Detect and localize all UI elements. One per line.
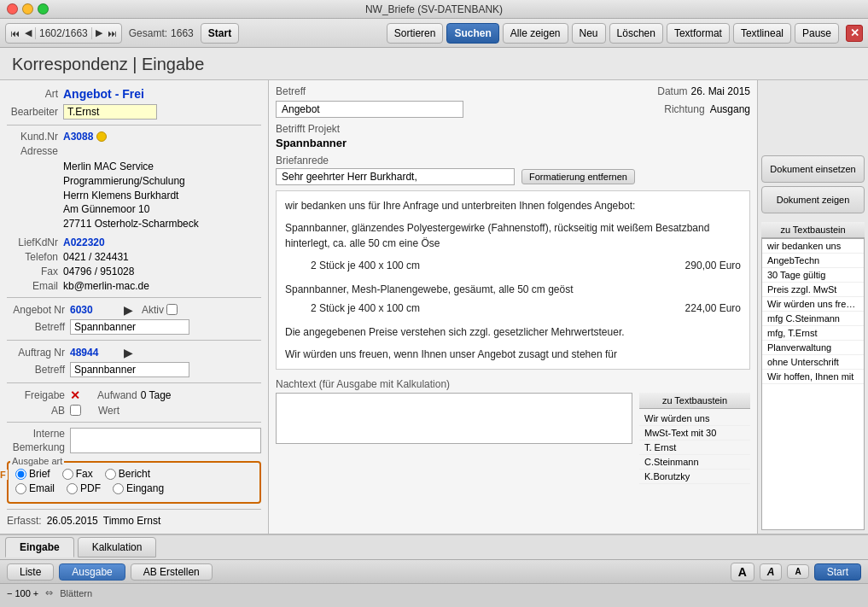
tab-kalkulation[interactable]: Kalkulation xyxy=(78,537,157,557)
title-bar: NW_Briefe (SV-DATENBANK) xyxy=(0,0,868,19)
briefanrede-input[interactable] xyxy=(276,168,515,185)
radio-bericht[interactable]: Bericht xyxy=(105,468,150,480)
tb-item1-5[interactable]: mfg C.Steinmann xyxy=(762,312,864,326)
radio-eingang[interactable]: Eingang xyxy=(113,482,164,494)
maximize-window-btn[interactable] xyxy=(38,3,49,15)
nachtext-section: Nachtext (für Ausgabe mit Kalkulation) z… xyxy=(276,378,750,495)
aktiv-checkbox[interactable] xyxy=(166,304,178,315)
telefon-row: Telefon 0421 / 324431 xyxy=(7,251,261,263)
textbaustein-item2-2[interactable]: T. Ernst xyxy=(639,441,750,455)
betrifft-projekt-label: Betrifft Projekt xyxy=(276,123,750,135)
suchen-btn[interactable]: Suchen xyxy=(446,23,498,44)
bearbeiter-input[interactable] xyxy=(63,104,157,120)
tb-item1-1[interactable]: AngebTechn xyxy=(762,254,864,268)
neu-btn[interactable]: Neu xyxy=(572,23,606,44)
textbaustein-item2-0[interactable]: Wir würden uns xyxy=(639,411,750,426)
angebot-nr-value[interactable]: 6030 xyxy=(70,304,121,316)
liste-btn[interactable]: Liste xyxy=(7,563,54,581)
dokument-zeigen-btn[interactable]: Dokument zeigen xyxy=(761,186,865,213)
font-a3-btn[interactable]: A xyxy=(787,564,808,579)
textbaustein-item2-3[interactable]: C.Steinmann xyxy=(639,455,750,470)
tb-item1-9[interactable]: Wir hoffen, Ihnen mit xyxy=(762,370,864,384)
close-window-btn[interactable] xyxy=(7,3,18,15)
formatierung-btn[interactable]: Formatierung entfernen xyxy=(521,169,635,184)
font-a1-btn[interactable]: A xyxy=(731,563,754,581)
email-label: Email xyxy=(7,280,58,292)
textbaustein1-container: zu Textbaustein wir bedanken uns AngebTe… xyxy=(761,222,865,530)
betreff1-input[interactable] xyxy=(70,319,189,335)
betreff2-row: Betreff xyxy=(7,362,261,377)
tb-item1-7[interactable]: Planverwaltung xyxy=(762,341,864,355)
tb-item1-8[interactable]: ohne Unterschrift xyxy=(762,355,864,370)
tab-eingabe[interactable]: Eingabe xyxy=(5,537,74,557)
status-dot xyxy=(96,131,107,142)
radio-email[interactable]: Email xyxy=(15,482,55,494)
telefon-value: 0421 / 324431 xyxy=(63,251,129,263)
nav-icon: ⇔ xyxy=(45,587,53,598)
freigabe-row: Freigabe ✕ Aufwand 0 Tage xyxy=(7,388,261,402)
loeschen-btn[interactable]: Löschen xyxy=(609,23,663,44)
body-line5: Wir würden uns freuen, wenn Ihnen unser … xyxy=(285,347,741,362)
sortieren-btn[interactable]: Sortieren xyxy=(387,23,444,44)
richtung-value: Ausgang xyxy=(710,103,750,115)
dokument-einsetzen-btn[interactable]: Dokument einsetzen xyxy=(761,155,865,183)
minimize-window-btn[interactable] xyxy=(22,3,33,15)
tb-item1-2[interactable]: 30 Tage gültig xyxy=(762,268,864,283)
betreff-value-input[interactable] xyxy=(276,101,463,118)
textbaustein-header1[interactable]: zu Textbaustein xyxy=(761,222,865,238)
nachtext-bottom-row: zu Textbaustein Wir würden uns MwSt-Text… xyxy=(276,393,750,495)
betreff2-input[interactable] xyxy=(70,362,189,377)
bottom-tabs: Eingabe Kalkulation xyxy=(0,534,868,559)
tb-item1-0[interactable]: wir bedanken uns xyxy=(762,239,864,254)
zoom-plus-icon[interactable]: + xyxy=(33,588,38,598)
textformat-btn[interactable]: Textformat xyxy=(667,23,730,44)
auftrag-nr-value[interactable]: 48944 xyxy=(70,347,121,359)
zoom-controls[interactable]: − 100 + xyxy=(7,588,38,598)
auftrag-nr-label: Auftrag Nr xyxy=(7,347,65,359)
status-bar: − 100 + ⇔ Blättern xyxy=(0,583,868,602)
toolbar-close-btn[interactable]: ✕ xyxy=(846,25,863,42)
textbaustein-list2: Wir würden uns MwSt-Text mit 30 T. Ernst… xyxy=(639,411,750,495)
radio-pdf[interactable]: PDF xyxy=(67,482,101,494)
radio-fax[interactable]: Fax xyxy=(62,468,93,480)
textbaustein-item2-4[interactable]: K.Borutzky xyxy=(639,470,750,484)
adresse-row: Adresse xyxy=(7,145,261,157)
kund-nr-label: Kund.Nr xyxy=(7,131,58,143)
nav-next-btn[interactable]: ▶ xyxy=(94,27,104,38)
angebot-arrow-icon[interactable]: ▶ xyxy=(124,303,133,317)
interne-bemerkung-input[interactable] xyxy=(70,428,261,453)
radio-brief[interactable]: Brief xyxy=(15,468,50,480)
ab-row: AB Wert xyxy=(7,405,261,417)
alle-zeigen-btn[interactable]: Alle zeigen xyxy=(503,23,568,44)
textlineal-btn[interactable]: Textlineal xyxy=(733,23,791,44)
ab-checkbox[interactable] xyxy=(70,405,81,416)
textbaustein-item2-1[interactable]: MwSt-Text mit 30 xyxy=(639,426,750,441)
font-a2-btn[interactable]: A xyxy=(760,563,783,581)
body-line1: wir bedanken uns für Ihre Anfrage und un… xyxy=(285,198,741,213)
ab-erstellen-btn[interactable]: AB Erstellen xyxy=(131,563,213,581)
start-nav-btn[interactable]: Start xyxy=(814,563,861,581)
body-line4: Die angegebenen Preise verstehen sich zz… xyxy=(285,324,741,340)
tb-item1-4[interactable]: Wir würden uns freuen xyxy=(762,297,864,312)
freigabe-x-icon: ✕ xyxy=(70,388,80,402)
window-controls[interactable] xyxy=(7,3,49,15)
middle-section: Betreff Datum 26. Mai 2015 Richtung Ausg… xyxy=(269,80,757,534)
ausgabe-nav-btn[interactable]: Ausgabe xyxy=(59,563,125,581)
tb-item1-6[interactable]: mfg, T.Ernst xyxy=(762,326,864,341)
aktiv-label: Aktiv xyxy=(142,304,164,316)
pause-btn[interactable]: Pause xyxy=(795,23,839,44)
nachtext-textarea[interactable] xyxy=(276,393,632,444)
nav-first-btn[interactable]: ⏮ xyxy=(9,28,21,38)
auftrag-arrow-icon[interactable]: ▶ xyxy=(124,346,133,359)
nav-prev-btn[interactable]: ◀ xyxy=(23,27,33,38)
start-btn[interactable]: Start xyxy=(201,23,239,44)
nav-last-btn[interactable]: ⏭ xyxy=(106,28,119,38)
blaettern-text: Blättern xyxy=(60,588,92,598)
right-top: Betreff Datum 26. Mai 2015 Richtung Ausg… xyxy=(269,80,868,534)
bearbeiter-label: Bearbeiter xyxy=(7,106,58,118)
textbaustein-header2[interactable]: zu Textbaustein xyxy=(639,393,750,409)
tb-item1-3[interactable]: Preis zzgl. MwSt xyxy=(762,283,864,297)
zoom-minus-icon[interactable]: − xyxy=(7,588,12,598)
letter-body: wir bedanken uns für Ihre Anfrage und un… xyxy=(276,190,750,370)
telefon-label: Telefon xyxy=(7,251,58,263)
